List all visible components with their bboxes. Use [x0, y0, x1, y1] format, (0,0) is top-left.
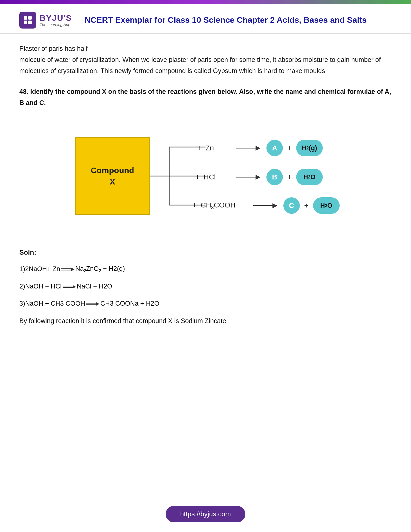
compound-box: CompoundX [75, 137, 150, 215]
product-formula-H2g: H2(g) [296, 140, 323, 156]
question-block: 48. Identify the compound X on the basis… [19, 86, 392, 109]
byju-logo-icon [19, 12, 36, 28]
eq2-right: NaCl + H2O [77, 281, 112, 292]
product-circle-A: A [266, 140, 283, 156]
plus-3: + [304, 201, 309, 210]
product-circle-C: C [283, 197, 300, 214]
equation-2: 2)NaOH + HCl NaCl + H2O [19, 281, 392, 292]
solution-section: Soln: 1)2NaOH+ Zn Na2ZnO2 + H2(g) 2)NaOH… [19, 249, 392, 327]
logo-area: BYJU'S The Learning App [19, 12, 73, 28]
products-3: C + H2O [283, 197, 340, 214]
compound-label: CompoundX [91, 165, 134, 188]
arrow-1 [236, 148, 260, 149]
reagent-1: + Zn [181, 144, 230, 152]
intro-paragraph: Plaster of paris has half molecule of wa… [19, 43, 392, 77]
equation-1: 1)2NaOH+ Zn Na2ZnO2 + H2(g) [19, 264, 392, 274]
question-number: 48. [19, 88, 28, 95]
page-header: BYJU'S The Learning App NCERT Exemplar f… [0, 4, 411, 34]
eq2-left: 2)NaOH + HCl [19, 281, 62, 292]
footer-url-bar: https://byjus.com [166, 506, 245, 522]
svg-rect-3 [28, 20, 32, 24]
product-formula-H2O-2: H2O [313, 197, 340, 214]
question-text: Identify the compound X on the basis of … [19, 88, 391, 106]
product-circle-B: B [266, 169, 283, 185]
solution-title: Soln: [19, 249, 392, 256]
plus-1: + [287, 144, 292, 152]
reagent-2: + HCl [181, 173, 230, 181]
svg-marker-14 [73, 285, 76, 288]
top-decorative-bar [0, 0, 411, 4]
byju-brand-name: BYJU'S [40, 13, 72, 23]
intro-line1: Plaster of paris has half [19, 45, 87, 52]
double-arrow-1 [61, 267, 75, 272]
plus-2: + [287, 173, 292, 182]
eq1-left: 1)2NaOH+ Zn [19, 264, 60, 274]
conclusion-text: By following reaction it is confirmed th… [19, 316, 392, 327]
svg-marker-11 [71, 268, 75, 271]
main-content: Plaster of paris has half molecule of wa… [0, 34, 411, 346]
products-1: A + H2(g) [266, 140, 323, 156]
svg-rect-2 [24, 20, 27, 24]
double-arrow-3 [86, 301, 99, 306]
logo-text-area: BYJU'S The Learning App [40, 13, 72, 27]
intro-line2: molecule of water of crystallization. Wh… [19, 56, 381, 75]
eq1-right: Na2ZnO2 + H2(g) [75, 264, 125, 274]
reagent-3: + CH3COOH [181, 201, 247, 210]
equation-3: 3)NaOH + CH3 COOH CH3 COONa + H2O [19, 298, 392, 309]
footer-url-text: https://byjus.com [180, 510, 231, 518]
arrow-3 [253, 205, 277, 206]
reaction-row-1: + Zn A + H2(g) [181, 140, 380, 156]
eq3-right: CH3 COONa + H2O [100, 298, 159, 309]
products-2: B + H2O [266, 169, 323, 185]
double-arrow-2 [63, 284, 76, 289]
diagram-container: CompoundX + Zn [19, 123, 392, 234]
svg-rect-0 [24, 16, 27, 19]
reaction-row-3: + CH3COOH C + H2O [181, 197, 380, 214]
svg-rect-1 [28, 16, 32, 19]
svg-marker-17 [96, 302, 99, 306]
reaction-row-2: + HCl B + H2O [181, 169, 380, 185]
page-title: NCERT Exemplar for Class 10 Science Chap… [85, 14, 367, 26]
product-formula-H2O-1: H2O [296, 169, 323, 185]
arrow-2 [236, 177, 260, 178]
reaction-diagram: CompoundX + Zn [60, 123, 351, 234]
eq3-left: 3)NaOH + CH3 COOH [19, 298, 85, 309]
byju-tagline: The Learning App [40, 23, 72, 27]
